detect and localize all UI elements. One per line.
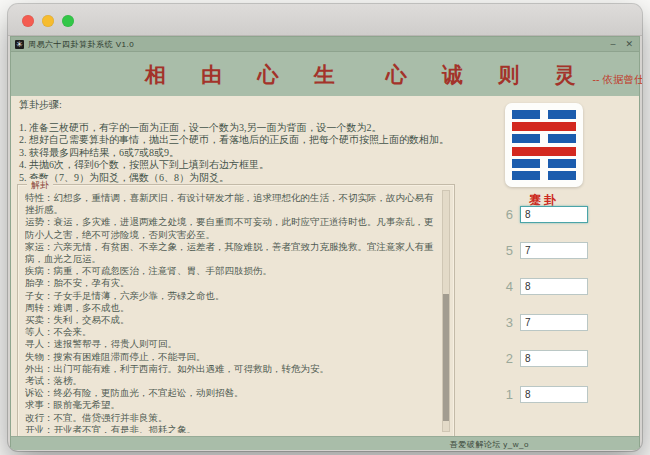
line-position-label: 2 [497,351,513,366]
interpretation-box: 解卦 特性：幻想多，重情调，喜新厌旧，有设计研发才能，追求理想化的生活，不切实际… [17,184,455,438]
interpretation-entry: 求事：眼前毫无希望。 [25,399,436,411]
yang-line [512,147,576,156]
yang-line [512,122,576,131]
zoom-traffic-light[interactable] [62,15,74,27]
step-item: 1. 准备三枚硬币，有字的一面为正面，设一个数为3,另一面为背面，设一个数为2。 [19,122,497,134]
interpretation-entry: 外出：出门可能有难，利于西南行。如外出遇难，可得救助，转危为安。 [25,363,436,375]
interpretation-entry: 家运：六亲无情，有贫困、不幸之象，运差者，其险难脱，善者宜致力克服挽救。宜注意家… [25,241,436,265]
hexagram-image [505,103,583,187]
line-value-input-2[interactable] [520,350,588,367]
interpretation-entry: 诉讼：终必有险，更防血光，不宜起讼，动则招咎。 [25,387,436,399]
steps-heading: 算卦步骤: [19,98,497,112]
yang-bar [512,122,576,131]
header-band: 相 由 心 生 心 诚 则 灵 -- 依据曾仕强先生的硬币卜卦法制作 [11,52,639,96]
interpretation-entry: 特性：幻想多，重情调，喜新厌旧，有设计研发才能，追求理想化的生活，不切实际，故内… [25,192,436,216]
line-value-input-3[interactable] [520,314,588,331]
yin-bar-segment [548,110,576,119]
interpretation-entry: 疾病：病重，不可疏忽医治，注意肾、胃、手部四肢损伤。 [25,265,436,277]
interpretation-text: 特性：幻想多，重情调，喜新厌旧，有设计研发才能，追求理想化的生活，不切实际，故内… [25,192,436,433]
line-value-row: 3 [497,314,588,331]
line-value-input-6[interactable] [520,206,588,223]
step-item: 5. 奇数（7、9）为阳爻，偶数（6、8）为阴爻。 [19,172,497,184]
close-button[interactable]: ✕ [625,40,633,49]
app-title: 周易六十四卦算卦系统 V1.0 [28,39,134,50]
interpretation-entry: 改行：不宜。借贷强行并非良策。 [25,412,436,424]
yin-bar-segment [548,134,576,143]
line-position-label: 4 [497,279,513,294]
interpretation-entry: 失物：搜索有困难阻滞而停止，不能寻回。 [25,351,436,363]
interpretation-entry: 子女：子女手足情薄，六亲少靠，劳碌之命也。 [25,290,436,302]
yin-line [512,171,576,180]
interpretation-entry: 开业：开业者不宜，有是非、损耗之象。 [25,424,436,433]
yin-bar-segment [548,171,576,180]
yang-bar [512,147,576,156]
interpretation-entry: 运势：衰运，多灾难，进退两难之处境，要自重而不可妄动，此时应守正道待时也。凡事杂… [25,216,436,240]
step-item: 3. 获得最多四种结果，6或7或8或9。 [19,147,497,159]
line-position-label: 3 [497,315,513,330]
yin-bar-segment [512,159,540,168]
line-value-row: 2 [497,350,588,367]
app-icon: ✳ [15,40,24,49]
interpretation-entry: 买卖：失利，交易不成。 [25,314,436,326]
interpretation-box-label: 解卦 [27,179,53,192]
yin-line [512,134,576,143]
mac-titlebar [8,4,642,36]
content-area: 算卦步骤: 1. 准备三枚硬币，有字的一面为正面，设一个数为3,另一面为背面，设… [11,96,639,436]
minimize-button[interactable]: – [610,40,615,49]
steps-block: 算卦步骤: 1. 准备三枚硬币，有字的一面为正面，设一个数为3,另一面为背面，设… [19,98,497,196]
scrollbar-thumb[interactable] [443,294,449,421]
line-value-row: 6 [497,206,588,223]
step-item: 4. 共抛6次，得到6个数，按照从下到上填到右边方框里。 [19,159,497,171]
step-item: 2. 想好自己需要算卦的事情，抛出三个硬币，看落地后的正反面，把每个硬币按照上面… [19,134,497,146]
yin-bar-segment [512,110,540,119]
mac-window: ✳ 周易六十四卦算卦系统 V1.0 – ✕ 相 由 心 生 心 诚 则 灵 --… [8,4,642,451]
minimize-traffic-light[interactable] [42,15,54,27]
line-value-input-4[interactable] [520,278,588,295]
yin-bar-segment [548,159,576,168]
page-title: 相 由 心 生 心 诚 则 灵 [145,61,591,89]
close-traffic-light[interactable] [22,15,34,27]
interpretation-entry: 寻人：速报警帮寻，得贵人则可回。 [25,338,436,350]
yin-line [512,110,576,119]
interpretation-entry: 周转：难调，多不成也。 [25,302,436,314]
interpretation-entry: 胎孕：胎不安，孕有灾。 [25,277,436,289]
line-position-label: 5 [497,243,513,258]
line-value-row: 4 [497,278,588,295]
status-text: 吾爱破解论坛 y_w_o [450,439,529,450]
app-window: ✳ 周易六十四卦算卦系统 V1.0 – ✕ 相 由 心 生 心 诚 则 灵 --… [10,36,640,449]
interpretation-entry: 等人：不会来。 [25,326,436,338]
line-value-row: 1 [497,386,588,403]
page-subtitle: -- 依据曾仕强先生的硬币卜卦法制作 [593,73,643,89]
line-position-label: 1 [497,387,513,402]
yin-line [512,159,576,168]
yin-bar-segment [512,134,540,143]
yin-bar-segment [512,171,540,180]
status-bar: 吾爱破解论坛 y_w_o [11,436,639,450]
line-value-row: 5 [497,242,588,259]
line-position-label: 6 [497,207,513,222]
scrollbar-track[interactable] [442,190,450,432]
line-value-input-1[interactable] [520,386,588,403]
interpretation-entry: 考试：落榜。 [25,375,436,387]
line-value-input-5[interactable] [520,242,588,259]
app-titlebar: ✳ 周易六十四卦算卦系统 V1.0 – ✕ [11,37,639,52]
